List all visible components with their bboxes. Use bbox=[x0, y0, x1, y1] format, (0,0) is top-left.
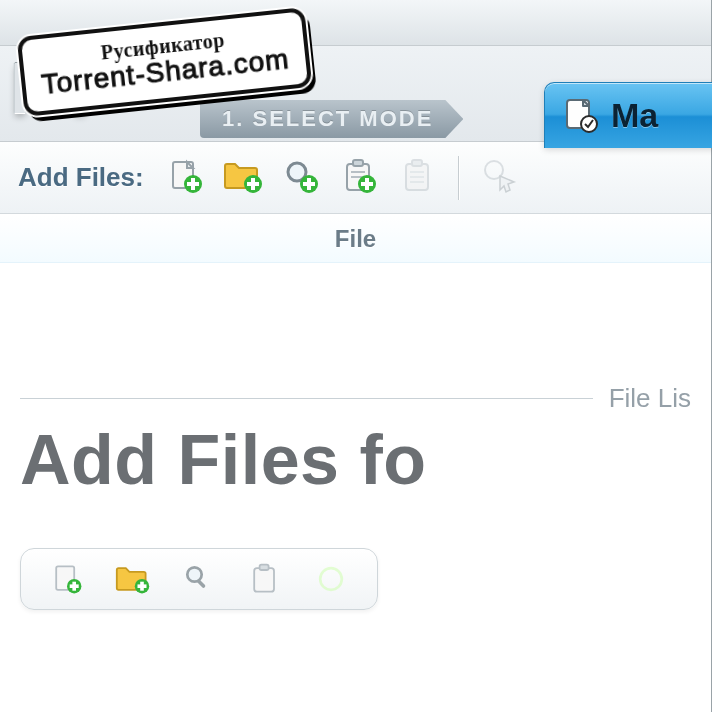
add-folder-button[interactable] bbox=[220, 155, 266, 201]
clipboard-icon bbox=[397, 156, 437, 200]
folder-plus-icon bbox=[221, 156, 265, 200]
mini-add-list-icon[interactable] bbox=[245, 559, 285, 599]
add-file-button[interactable] bbox=[162, 155, 208, 201]
wizard-step-1[interactable]: 1. SELECT MODE bbox=[200, 100, 463, 138]
svg-rect-15 bbox=[353, 160, 363, 166]
svg-rect-33 bbox=[138, 584, 147, 588]
empty-state-divider-label: File Lis bbox=[609, 383, 691, 414]
mini-add-folder-icon[interactable] bbox=[113, 559, 153, 599]
svg-rect-35 bbox=[196, 579, 206, 589]
empty-state: File Lis Add Files fo bbox=[20, 263, 691, 610]
column-header-file[interactable]: File bbox=[0, 215, 711, 263]
select-tool-button[interactable] bbox=[477, 155, 523, 201]
svg-rect-5 bbox=[187, 182, 199, 186]
empty-state-mini-toolbar bbox=[20, 548, 378, 610]
svg-rect-22 bbox=[412, 160, 422, 166]
search-plus-icon bbox=[281, 156, 321, 200]
mini-extra-icon[interactable] bbox=[311, 559, 351, 599]
svg-rect-20 bbox=[361, 182, 373, 186]
empty-state-heading: Add Files fo bbox=[20, 424, 691, 498]
toolbar: Add Files: bbox=[0, 142, 711, 214]
toolbar-label: Add Files: bbox=[18, 162, 144, 193]
svg-rect-30 bbox=[70, 584, 79, 588]
svg-rect-37 bbox=[260, 564, 269, 569]
file-plus-icon bbox=[165, 156, 205, 200]
tab-active-label: Ma bbox=[611, 96, 658, 135]
wizard-step-1-label: 1. SELECT MODE bbox=[222, 106, 433, 132]
add-search-button[interactable] bbox=[278, 155, 324, 201]
svg-point-34 bbox=[187, 567, 201, 581]
paste-button[interactable] bbox=[394, 155, 440, 201]
toolbar-divider bbox=[458, 156, 459, 200]
svg-rect-36 bbox=[254, 568, 274, 591]
clipboard-plus-icon bbox=[339, 156, 379, 200]
svg-rect-13 bbox=[303, 182, 315, 186]
mini-add-search-icon[interactable] bbox=[179, 559, 219, 599]
column-header-file-label: File bbox=[335, 225, 376, 253]
mini-add-file-icon[interactable] bbox=[47, 559, 87, 599]
tab-active[interactable]: Ma bbox=[544, 82, 712, 148]
tab-active-icon bbox=[561, 96, 601, 136]
content-panel: File File Lis Add Files fo bbox=[0, 214, 711, 712]
cursor-icon bbox=[480, 156, 520, 200]
empty-state-divider: File Lis bbox=[20, 383, 691, 414]
divider-line bbox=[20, 398, 593, 399]
svg-rect-8 bbox=[247, 182, 259, 186]
svg-point-38 bbox=[320, 568, 342, 590]
add-list-button[interactable] bbox=[336, 155, 382, 201]
